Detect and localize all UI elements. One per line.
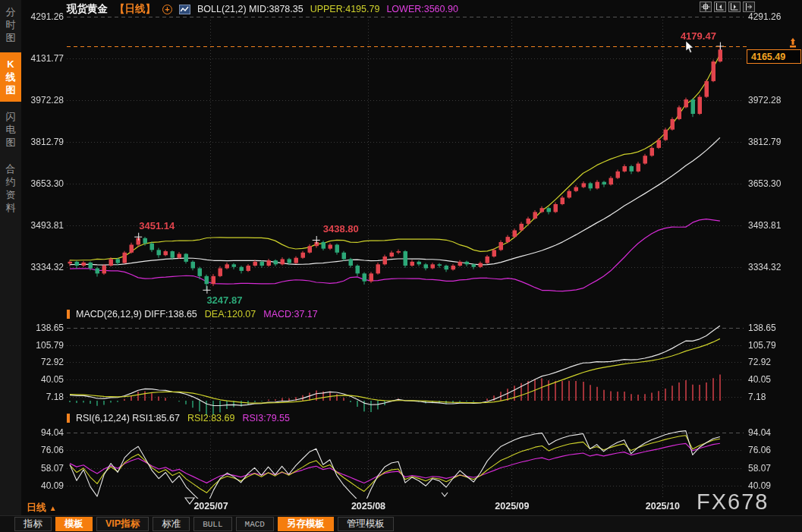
x-axis-month-label: 2025/10 bbox=[646, 501, 680, 512]
toolbar-button-BULL[interactable]: BULL bbox=[193, 517, 231, 531]
price-axis-tick: 3334.32 bbox=[748, 262, 781, 272]
toolbar-button-VIP指标[interactable]: VIP指标 bbox=[96, 517, 149, 531]
price-extreme-annotation: 3451.14 bbox=[139, 220, 175, 231]
period-dropdown[interactable]: 日线 ▲ bbox=[27, 501, 57, 515]
rsi-axis-tick: 40.09 bbox=[26, 480, 64, 491]
sidebar-tab-label: 闪电图 bbox=[5, 110, 17, 149]
toolbar-button-管理模板[interactable]: 管理模板 bbox=[338, 517, 394, 531]
sidebar-tab-K线图[interactable]: K线图 bbox=[0, 52, 21, 102]
macd-axis-tick: 138.65 bbox=[748, 323, 776, 333]
rsi-axis-tick: 94.04 bbox=[26, 427, 64, 438]
price-axis-tick: 3493.81 bbox=[26, 220, 64, 231]
rsi-axis-tick: 76.06 bbox=[748, 445, 771, 455]
price-extreme-annotation: 4179.47 bbox=[681, 30, 716, 42]
crosshair-icon[interactable] bbox=[700, 2, 712, 12]
macd-axis-tick: 40.05 bbox=[26, 374, 64, 385]
rsi1-label: RSI(6,12,24) RSI1:85.67 bbox=[76, 413, 180, 423]
period-tag[interactable]: 【日线】 bbox=[115, 2, 156, 16]
rsi3-label: RSI3:79.55 bbox=[242, 413, 290, 423]
rsi-caption-row: RSI(6,12,24) RSI1:85.67 RSI2:83.69 RSI3:… bbox=[67, 413, 290, 423]
price-extreme-annotation: 3247.87 bbox=[206, 294, 242, 306]
macd-axis-tick: 7.18 bbox=[26, 392, 64, 402]
price-axis-tick: 3493.81 bbox=[748, 220, 781, 231]
compress-x-icon[interactable] bbox=[714, 2, 726, 12]
symbol-name: 现货黄金 bbox=[67, 2, 108, 16]
price-axis-tick: 3653.30 bbox=[748, 178, 781, 189]
rsi-axis-tick: 94.04 bbox=[748, 427, 771, 438]
sidebar-tab-闪电图[interactable]: 闪电图 bbox=[0, 105, 21, 154]
rsi-axis-tick: 76.06 bbox=[26, 445, 64, 455]
pane-collapse-handle[interactable] bbox=[67, 414, 70, 423]
x-axis-month-label: 2025/09 bbox=[495, 501, 529, 512]
add-indicator-icon[interactable]: + bbox=[162, 5, 172, 14]
macd-axis-tick: 72.92 bbox=[748, 357, 771, 367]
macd-axis-tick: 7.18 bbox=[748, 392, 766, 402]
sidebar-tab-分时图[interactable]: 分时图 bbox=[0, 0, 21, 49]
chart-type-sidebar: 分时图K线图闪电图合约资料 bbox=[0, 0, 21, 515]
macd-caption-row: MACD(26,12,9) DIFF:138.65 DEA:120.07 MAC… bbox=[67, 309, 318, 320]
price-alert-pin-icon[interactable] bbox=[788, 38, 797, 52]
macd-macd-label: MACD:37.17 bbox=[263, 309, 318, 320]
price-axis-tick: 4291.26 bbox=[26, 11, 64, 22]
price-axis-tick: 3653.30 bbox=[26, 178, 64, 189]
toolbar-button-指标[interactable]: 指标 bbox=[14, 517, 52, 531]
price-axis-tick: 4131.77 bbox=[26, 53, 64, 64]
macd-axis-tick: 105.79 bbox=[748, 340, 776, 351]
boll-upper-label: UPPER:4195.79 bbox=[310, 4, 380, 14]
macd-diff-label: MACD(26,12,9) DIFF:138.65 bbox=[76, 309, 197, 320]
chart-header: 现货黄金 【日线】 + BOLL(21,2) MID:3878.35 UPPER… bbox=[67, 2, 458, 16]
macd-axis-tick: 105.79 bbox=[26, 340, 64, 351]
sidebar-tab-label: 分时图 bbox=[5, 5, 17, 44]
sidebar-tab-label: K线图 bbox=[5, 58, 17, 96]
fx678-chart-app: { "colors": { "accent": "#f5821e", "up":… bbox=[0, 0, 802, 532]
expand-x-icon[interactable] bbox=[728, 2, 741, 12]
period-dropdown-arrow-icon: ▲ bbox=[49, 504, 57, 512]
x-axis-month-label: 2025/08 bbox=[351, 501, 385, 512]
price-extreme-annotation: 3438.80 bbox=[323, 223, 359, 235]
macd-axis-tick: 138.65 bbox=[26, 323, 64, 333]
price-axis-tick: 3812.79 bbox=[748, 137, 781, 147]
boll-mid-label: BOLL(21,2) MID:3878.35 bbox=[197, 4, 304, 14]
rsi-axis-tick: 58.07 bbox=[748, 463, 771, 474]
boll-lower-label: LOWER:3560.90 bbox=[386, 4, 458, 14]
sidebar-tab-label: 合约资料 bbox=[5, 162, 17, 214]
macd-axis-tick: 72.92 bbox=[26, 357, 64, 367]
price-axis-tick: 3972.28 bbox=[26, 95, 64, 105]
fx678-watermark: FX678 bbox=[697, 490, 769, 515]
price-axis-tick: 3334.32 bbox=[26, 262, 64, 272]
period-dropdown-label: 日线 bbox=[27, 502, 46, 513]
macd-axis-tick: 40.05 bbox=[748, 374, 771, 385]
price-axis-tick: 3972.28 bbox=[748, 95, 781, 105]
toolbar-button-标准[interactable]: 标准 bbox=[153, 517, 190, 531]
macd-dea-label: DEA:120.07 bbox=[205, 309, 256, 320]
toolbar-button-另存模板[interactable]: 另存模板 bbox=[278, 517, 334, 531]
indicator-toolbar: 指标模板VIP指标标准BULLMACD另存模板管理模板 bbox=[0, 515, 802, 532]
sidebar-tab-合约资料[interactable]: 合约资料 bbox=[0, 157, 21, 219]
x-axis-month-label: 2025/07 bbox=[193, 501, 228, 512]
toolbar-button-模板[interactable]: 模板 bbox=[55, 517, 93, 531]
chart-toolbar-icons bbox=[700, 2, 755, 12]
rsi-axis-tick: 58.07 bbox=[26, 463, 64, 474]
chart-style-icon[interactable] bbox=[179, 5, 190, 14]
price-axis-tick: 4291.26 bbox=[748, 11, 781, 22]
rsi2-label: RSI2:83.69 bbox=[187, 413, 235, 423]
price-axis-tick: 3812.79 bbox=[26, 137, 64, 147]
pane-collapse-handle[interactable] bbox=[67, 310, 70, 319]
candlestick-chart-canvas[interactable] bbox=[0, 0, 802, 532]
pan-right-icon[interactable] bbox=[743, 2, 755, 12]
toolbar-button-MACD[interactable]: MACD bbox=[236, 517, 274, 531]
